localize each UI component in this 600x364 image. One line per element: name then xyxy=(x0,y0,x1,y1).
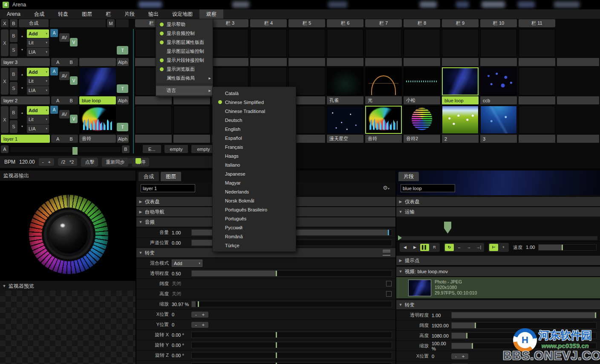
param-slider[interactable] xyxy=(451,343,597,349)
play-once-hold-button[interactable]: →| xyxy=(474,244,483,251)
clip-name-label[interactable]: ccb xyxy=(480,96,517,104)
language-menu-item-3[interactable]: Deutsch xyxy=(213,116,296,124)
clip-name-label[interactable] xyxy=(442,58,479,66)
clip-name-label[interactable]: 光 xyxy=(365,96,402,104)
crossfader-b-button[interactable]: B xyxy=(122,145,130,153)
param-value[interactable]: 0.00 ° xyxy=(172,343,191,348)
view-menu-item-3[interactable]: 显示图层运输控制 xyxy=(156,47,213,56)
clip-cell[interactable] xyxy=(365,106,402,134)
menubar-item-2[interactable]: 转盘 xyxy=(51,9,75,19)
view-menu-item-1[interactable]: 显示音频控制 xyxy=(156,29,213,38)
clip-name-label[interactable]: 音符 xyxy=(365,135,402,143)
bpm-double-button[interactable]: *2 xyxy=(69,159,74,165)
menubar-item-4[interactable]: 栏 xyxy=(99,9,118,19)
layer-bypass-button[interactable]: B xyxy=(10,29,17,42)
layer-name[interactable]: layer 2 xyxy=(1,96,50,104)
param-value[interactable]: 1.00 xyxy=(432,313,451,318)
param-slider[interactable] xyxy=(191,342,392,348)
clip-name-label[interactable] xyxy=(173,135,210,143)
clip-name-label[interactable] xyxy=(480,58,517,66)
language-menu-item-1[interactable]: Chinese Simplified xyxy=(213,98,296,107)
menubar-item-1[interactable]: 合成 xyxy=(27,9,51,19)
language-menu-item-8[interactable]: Italiano xyxy=(213,160,296,169)
layer-alpha-cell[interactable]: Alph xyxy=(117,96,129,104)
layer-name[interactable]: layer 3 xyxy=(1,58,50,66)
clip-cell[interactable] xyxy=(173,106,210,134)
view-menu-item-7[interactable]: 语言▶ xyxy=(156,86,213,95)
view-menu-item-4[interactable]: 显示片段转接控制 xyxy=(156,56,213,65)
stepper-minus-button[interactable]: - xyxy=(195,312,197,317)
layer-up-arrow[interactable]: ▲ xyxy=(21,73,24,76)
language-menu-item-15[interactable]: Русский xyxy=(213,223,296,232)
param-slider[interactable] xyxy=(191,301,392,307)
param-value[interactable]: 0.00 xyxy=(172,240,191,246)
clip-cell[interactable] xyxy=(519,67,555,95)
speed-slider[interactable] xyxy=(538,244,597,251)
clip-cell[interactable] xyxy=(404,106,440,134)
clip-name-label[interactable]: 音符2 xyxy=(404,135,440,143)
bpm-minus-button[interactable]: - xyxy=(42,159,44,165)
layer-x-button[interactable]: X xyxy=(1,68,9,95)
view-menu-item-2[interactable]: 显示图层属性版面 xyxy=(156,38,213,47)
clip-name-label[interactable] xyxy=(135,135,172,143)
param-slider[interactable] xyxy=(191,352,392,358)
param-checkbox[interactable] xyxy=(386,281,392,286)
pause-button[interactable]: ▌▌ xyxy=(420,244,429,251)
beat-snap-plus-button[interactable]: + xyxy=(499,244,508,251)
language-menu-item-4[interactable]: English xyxy=(213,124,296,133)
language-menu-item-13[interactable]: Português Brasileiro xyxy=(213,205,296,214)
clip-name-label[interactable] xyxy=(288,58,325,66)
clip-name-label[interactable] xyxy=(212,58,248,66)
param-slider[interactable] xyxy=(451,332,597,339)
clip-cell[interactable] xyxy=(442,29,479,57)
value-stepper[interactable]: -+ xyxy=(191,312,208,318)
clip-cell[interactable] xyxy=(288,29,325,57)
view-menu-item-6[interactable]: 属性版面佈局▶ xyxy=(156,74,213,83)
composition-x-button[interactable]: X xyxy=(1,19,9,27)
layer-lit-dropdown[interactable]: Lit▾ xyxy=(27,77,49,85)
layer-bypass-button[interactable]: B xyxy=(10,68,17,81)
layer-transition-button[interactable]: T xyxy=(117,84,128,93)
column-header-11[interactable]: 栏 11 xyxy=(519,19,555,27)
crossfade-a-assign[interactable]: A xyxy=(56,136,59,142)
clip-name-label[interactable]: 小松 xyxy=(404,96,440,104)
random-button[interactable]: R xyxy=(430,244,439,251)
param-value[interactable]: 关闭 xyxy=(172,291,191,297)
layer-active-clip-name[interactable]: 音符 xyxy=(79,135,116,143)
crossfade-b-assign[interactable]: B xyxy=(70,98,73,103)
clip-cell[interactable] xyxy=(519,106,555,134)
stepper-plus-button[interactable]: + xyxy=(202,322,205,327)
layer-audio-button[interactable]: A xyxy=(50,106,58,114)
bpm-stepper[interactable]: - + xyxy=(39,158,54,166)
language-menu-item-6[interactable]: Français xyxy=(213,142,296,151)
layer-solo-button[interactable]: S xyxy=(10,43,17,56)
language-menu-item-9[interactable]: Japanese xyxy=(213,169,296,178)
layer-blend-mode-dropdown[interactable]: Add▾ xyxy=(27,68,49,76)
composition-master-button[interactable]: M xyxy=(107,19,115,27)
clip-name-label[interactable]: 漫天星空 xyxy=(327,135,363,143)
section-video[interactable]: ▼ 视频: blue loop.mov xyxy=(396,267,600,277)
column-header-9[interactable]: 栏 9 xyxy=(442,19,479,27)
language-menu-item-16[interactable]: Română xyxy=(213,232,296,241)
param-checkbox[interactable] xyxy=(386,291,392,297)
play-once-button[interactable]: → xyxy=(464,244,473,251)
stepper-minus-button[interactable]: - xyxy=(455,354,457,359)
language-menu-item-10[interactable]: Magyar xyxy=(213,178,296,187)
bounce-mode-button[interactable]: ↔ xyxy=(455,244,464,251)
clip-cell[interactable] xyxy=(442,106,479,134)
param-slider[interactable] xyxy=(451,322,597,329)
section-transform[interactable]: ▼ 转变 xyxy=(396,300,600,310)
metronome-button[interactable] xyxy=(128,158,133,164)
clip-cell[interactable] xyxy=(519,29,555,57)
clip-name-label[interactable] xyxy=(173,96,210,104)
play-forward-button[interactable]: ▶ xyxy=(410,244,419,251)
column-header-5[interactable]: 栏 5 xyxy=(288,19,325,27)
layer-up-arrow[interactable]: ▲ xyxy=(21,111,24,114)
layer-name[interactable]: layer 1 xyxy=(1,135,50,143)
param-slider[interactable] xyxy=(451,312,597,318)
clip-name-input[interactable] xyxy=(401,184,455,192)
crossfade-b-assign[interactable]: B xyxy=(70,60,73,65)
layer-blend-mode-dropdown[interactable]: Add▾ xyxy=(27,106,49,115)
clip-cell[interactable] xyxy=(212,29,248,57)
playhead-marker[interactable] xyxy=(444,222,451,234)
